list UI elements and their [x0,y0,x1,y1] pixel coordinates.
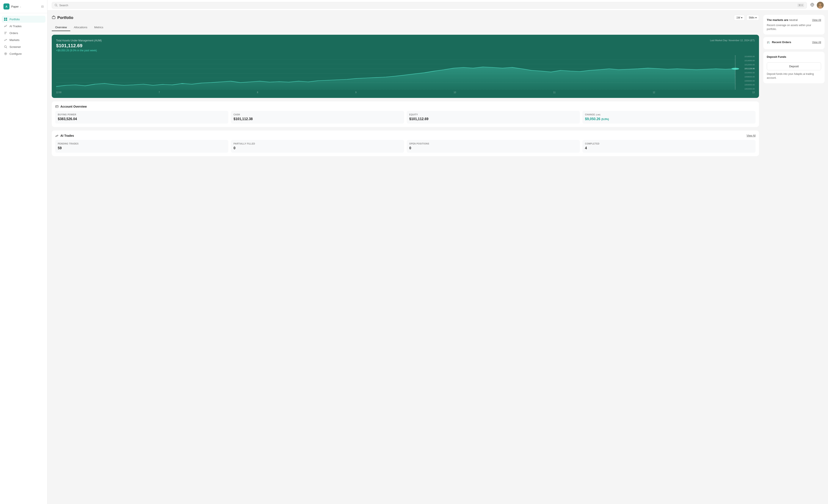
recent-orders-header: Recent Orders View All [767,41,821,44]
app-name-label: Paper ⌄ [11,5,22,8]
ai-trades-card: AI Trades View All PENDING TRADES 59 PAR… [52,130,759,156]
chart-change: +$9,050.26 (9.0% in the past week) [56,49,755,52]
sidebar-item-screener[interactable]: Screener [2,43,45,50]
search-icon [54,4,57,7]
deposit-funds-card: Deposit Funds Deposit Deposit funds into… [763,52,825,83]
completed-label: COMPLETED [585,142,753,145]
deposit-description: Deposit funds into your Adaptic.ai tradi… [767,72,821,80]
sidebar-item-ai-trades[interactable]: AI Trades [2,23,45,30]
portfolio-header: Portfolio 1W ▾ 5Min ▾ [52,15,759,20]
sidebar-item-markets[interactable]: Markets [2,36,45,43]
sidebar-item-orders[interactable]: Orders [2,30,45,36]
buying-power-metric: BUYING POWER $383,526.04 [55,111,229,124]
orders-icon [4,31,7,35]
deposit-title: Deposit Funds [767,55,786,58]
chart-svg [56,55,755,90]
tab-allocations[interactable]: Allocations [70,24,91,31]
recent-orders-card: Recent Orders View All [763,37,825,49]
svg-line-5 [6,47,7,48]
cash-label: CASH [234,114,402,116]
recent-orders-icon [767,41,770,44]
portfolio-title: Portfolio [52,15,73,20]
tab-overview[interactable]: Overview [52,24,70,31]
account-overview-header: Account Overview [55,105,755,108]
deposit-button[interactable]: Deposit [767,62,821,70]
portfolio-controls: 1W ▾ 5Min ▾ [734,15,759,20]
chart-x-labels: 12:00 7 8 9 10 11 12 13 [56,91,755,94]
cash-metric: CASH $101,112.38 [231,111,404,124]
change-label-area: CHANGE (1W) [585,114,753,116]
partially-filled-metric: PARTIALLY FILLED 0 [231,140,404,153]
markets-status-badge: neutral [789,18,798,22]
account-overview-title: Account Overview [55,105,87,108]
sidebar-item-portfolio[interactable]: Portfolio [2,16,45,23]
markets-view-all[interactable]: View All [812,18,821,22]
settings-button[interactable] [810,2,815,8]
cash-value: $101,112.38 [234,117,402,121]
equity-label: EQUITY [409,114,577,116]
avatar[interactable] [817,2,824,9]
ai-trades-section-title: AI Trades [55,134,74,137]
chart-date: Last Market Day: November 12, 2024 (ET) [710,39,755,42]
sidebar: A Paper ⌄ ⊟ Portfolio [0,0,47,504]
svg-rect-1 [6,18,7,19]
buying-power-label: BUYING POWER [58,114,226,116]
orders-view-all[interactable]: View All [812,41,821,44]
chart-header: Total Assets Under Management (AUM) Last… [56,39,755,42]
sidebar-item-portfolio-label: Portfolio [9,18,20,21]
recent-orders-title: Recent Orders [767,41,791,44]
ai-trades-view-all[interactable]: View All [746,134,755,137]
change-label: CHANGE [585,114,595,116]
open-positions-label: OPEN POSITIONS [409,142,577,145]
sidebar-item-screener-label: Screener [9,45,21,48]
partially-filled-label: PARTIALLY FILLED [234,142,402,145]
avatar-image [817,2,824,9]
chart-title: Total Assets Under Management (AUM) [56,39,101,42]
svg-rect-3 [6,19,7,21]
interval-selector[interactable]: 5Min ▾ [746,15,759,20]
account-overview-icon [55,105,59,108]
svg-line-8 [57,6,57,7]
pending-trades-metric: PENDING TRADES 59 [55,140,229,153]
sidebar-item-ai-trades-label: AI Trades [9,25,22,28]
deposit-header: Deposit Funds [767,55,821,58]
ai-trades-metrics-grid: PENDING TRADES 59 PARTIALLY FILLED 0 OPE… [55,140,755,153]
account-metrics-grid: BUYING POWER $383,526.04 CASH $101,112.3… [55,111,755,124]
change-metric: CHANGE (1W) $9,050.26 (9.0%) [582,111,755,124]
portfolio-icon [4,17,7,21]
aum-chart-card: Total Assets Under Management (AUM) Last… [52,35,759,98]
right-sidebar: The markets are neutral View All Recent … [763,10,828,504]
configure-icon [4,52,7,55]
partially-filled-value: 0 [234,146,402,150]
svg-rect-2 [4,19,5,21]
tab-metrics[interactable]: Metrics [91,24,107,31]
ai-trades-section-icon [55,134,59,137]
settings-icon [810,3,814,7]
svg-rect-27 [56,106,58,108]
main-content: ⌘ K [47,0,828,504]
sidebar-item-markets-label: Markets [9,38,19,42]
sidebar-collapse-button[interactable]: ⊟ [41,5,44,8]
svg-point-10 [812,4,813,5]
completed-value: 4 [585,146,753,150]
portfolio-main: Portfolio 1W ▾ 5Min ▾ Overview Allocatio… [47,10,763,504]
completed-metric: COMPLETED 4 [582,140,755,153]
page-body: Portfolio 1W ▾ 5Min ▾ Overview Allocatio… [47,10,828,504]
chart-aum-value: $101,112.69 [56,43,755,48]
app-logo-icon[interactable]: A [3,3,9,9]
timeframe-selector[interactable]: 1W ▾ [734,15,745,20]
svg-rect-18 [52,16,55,19]
open-positions-metric: OPEN POSITIONS 0 [407,140,580,153]
equity-metric: EQUITY $101,112.69 [407,111,580,124]
search-input[interactable] [59,4,796,7]
sidebar-logo-area: A Paper ⌄ ⊟ [0,3,47,13]
pending-trades-label: PENDING TRADES [58,142,226,145]
screener-icon [4,45,7,48]
buying-power-value: $383,526.04 [58,117,226,121]
portfolio-page-title: Portfolio [57,15,73,20]
svg-point-16 [819,3,821,6]
sidebar-item-configure[interactable]: Configure [2,50,45,57]
ai-trades-icon [4,25,7,28]
markets-news-card: The markets are neutral View All Recent … [763,15,825,35]
search-box[interactable]: ⌘ K [52,2,807,9]
